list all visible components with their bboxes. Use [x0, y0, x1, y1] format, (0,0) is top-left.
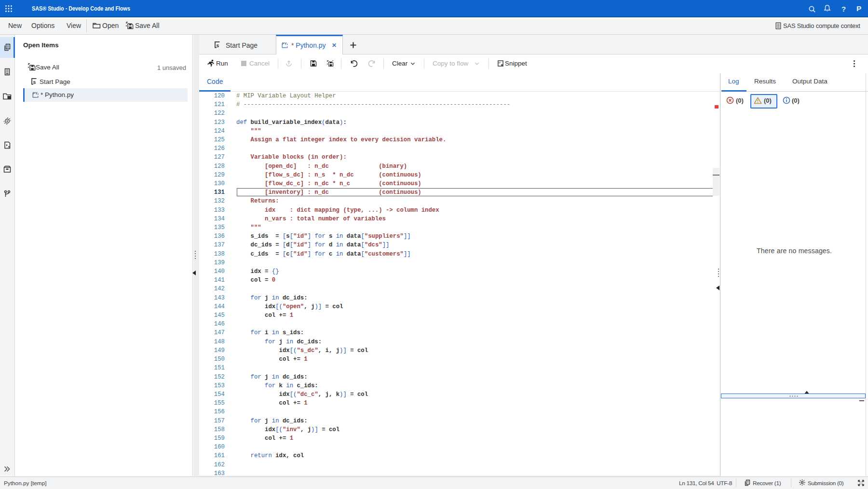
svg-text:PY: PY	[282, 41, 287, 46]
svg-text:s: s	[33, 79, 36, 85]
svg-text:s: s	[217, 42, 219, 48]
svg-text:PY: PY	[33, 91, 38, 95]
